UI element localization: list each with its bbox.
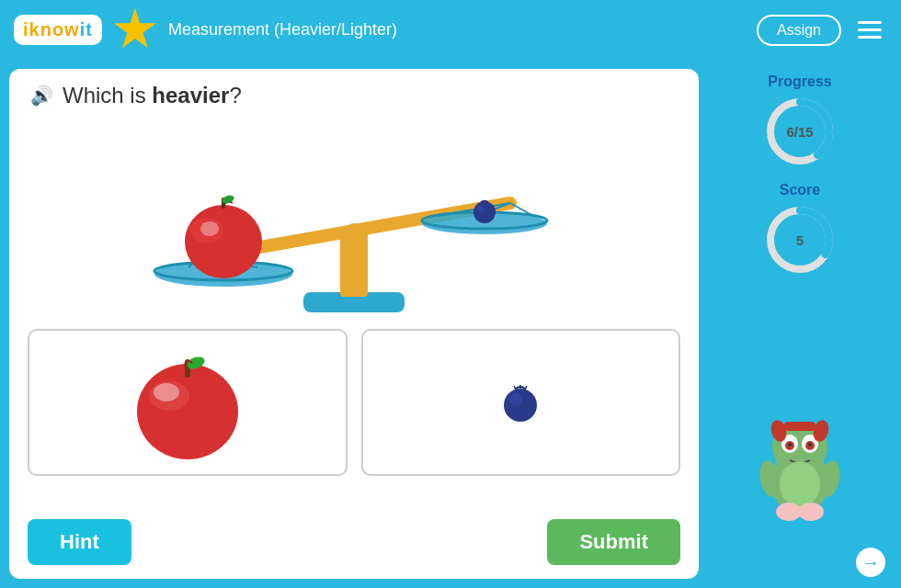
svg-point-50 — [798, 503, 824, 521]
svg-point-21 — [137, 364, 238, 459]
svg-point-49 — [776, 503, 802, 521]
menu-line-2 — [858, 28, 882, 31]
lesson-title: Measurement (Heavier/Lighter) — [168, 20, 746, 40]
menu-line-3 — [858, 36, 882, 39]
progress-circle: 6/15 — [763, 95, 837, 168]
question-text: Which is heavier? — [63, 83, 242, 108]
main-container: 🔊 Which is heavier? — [0, 60, 901, 588]
menu-button[interactable] — [852, 13, 887, 48]
question-row: 🔊 Which is heavier? — [28, 83, 680, 108]
blueberry-answer-card[interactable] — [361, 329, 681, 476]
logo: iknowit — [14, 15, 102, 45]
score-label: Score — [780, 182, 820, 198]
apple-answer-card[interactable] — [28, 329, 348, 476]
progress-section: Progress 6/15 — [763, 74, 837, 168]
hint-button[interactable]: Hint — [28, 519, 131, 565]
left-panel: 🔊 Which is heavier? — [9, 69, 699, 579]
svg-point-27 — [509, 393, 522, 406]
scale-svg — [124, 122, 584, 315]
score-value: 5 — [796, 232, 804, 248]
score-section: Score 5 — [763, 182, 837, 277]
apple-answer-image — [128, 343, 247, 462]
svg-point-26 — [504, 389, 537, 422]
bottom-buttons: Hint Submit — [28, 514, 680, 565]
sound-icon[interactable]: 🔊 — [28, 85, 55, 107]
question-bold-word: heavier — [152, 83, 229, 107]
star-icon — [113, 8, 157, 52]
scale-area — [28, 118, 680, 320]
monster-character — [749, 403, 850, 523]
svg-point-20 — [477, 205, 485, 212]
svg-point-16 — [200, 221, 219, 236]
logo-text: iknow — [23, 19, 80, 40]
right-panel: Progress 6/15 Score 5 — [708, 69, 892, 579]
score-circle: 5 — [763, 203, 837, 277]
svg-point-48 — [780, 461, 820, 507]
progress-label: Progress — [768, 74, 831, 90]
svg-line-30 — [525, 386, 527, 390]
svg-rect-45 — [784, 422, 815, 431]
answer-options — [28, 329, 680, 505]
svg-point-23 — [154, 383, 179, 401]
character-area — [749, 290, 850, 532]
svg-point-42 — [808, 443, 812, 447]
progress-value: 6/15 — [786, 124, 813, 140]
menu-line-1 — [858, 21, 882, 24]
submit-button[interactable]: Submit — [547, 519, 680, 565]
assign-button[interactable]: Assign — [757, 15, 841, 46]
svg-point-14 — [185, 205, 262, 278]
svg-line-29 — [514, 386, 516, 390]
svg-point-41 — [788, 443, 792, 447]
logo-text2: it — [80, 19, 93, 40]
svg-point-19 — [473, 201, 496, 223]
header: iknowit Measurement (Heavier/Lighter) As… — [0, 0, 901, 60]
next-arrow-button[interactable]: → — [854, 546, 887, 579]
blueberry-answer-image — [496, 378, 546, 428]
